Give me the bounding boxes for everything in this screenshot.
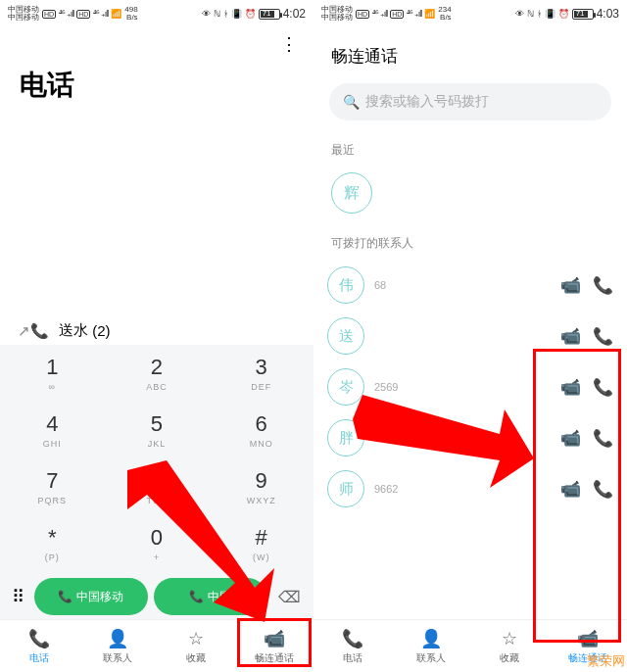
tab-star[interactable]: ☆收藏	[157, 620, 235, 672]
contacts-icon: 👤	[420, 628, 442, 649]
status-bar: 中国移动中国移动 HD⁴⁶ ₊ıllHD⁴⁶ ₊ıll 📶 234B/s 👁 ℕ…	[314, 0, 627, 27]
key-7[interactable]: 7PQRS	[0, 458, 105, 515]
meetime-screen: 中国移动中国移动 HD⁴⁶ ₊ıllHD⁴⁶ ₊ıll 📶 234B/s 👁 ℕ…	[314, 0, 627, 672]
contact-number: 2569	[374, 381, 551, 393]
dial-keypad: 1∞2ABC3DEF4GHI5JKL6MNO7PQRS8TUV9WXYZ*(P)…	[0, 345, 314, 621]
contact-avatar: 胖	[327, 419, 364, 456]
voice-call-icon[interactable]: 📞	[593, 428, 613, 449]
battery-icon: 71	[259, 9, 280, 20]
clock: 4:03	[597, 7, 619, 21]
bottom-tabs: 📞电话👤联系人☆收藏📹畅连通话	[0, 619, 314, 672]
keypad-toggle-icon[interactable]: ⠿	[8, 586, 28, 607]
more-menu-icon[interactable]: ⋮	[280, 35, 298, 53]
key-4[interactable]: 4GHI	[0, 402, 105, 458]
outgoing-call-icon: ↗📞	[18, 322, 49, 340]
vibrate-icon: 📳	[545, 9, 555, 19]
vibrate-icon: 📳	[231, 9, 242, 19]
recent-call-count: (2)	[92, 322, 110, 339]
contact-avatar: 师	[327, 470, 364, 507]
clock: 4:02	[283, 7, 306, 21]
voice-call-icon[interactable]: 📞	[593, 275, 613, 296]
key-6[interactable]: 6MNO	[209, 402, 314, 458]
key-#[interactable]: #(W)	[209, 515, 314, 572]
voice-call-icon[interactable]: 📞	[593, 479, 613, 500]
phone-icon: 📞	[342, 628, 363, 649]
contacts-icon: 👤	[107, 628, 128, 649]
recent-section-label: 最近	[314, 134, 627, 167]
dialer-screen: 中国移动中国移动 HD⁴⁶ ₊ıllHD⁴⁶ ₊ıll 📶 498B/s 👁 ℕ…	[0, 0, 314, 672]
contact-avatar: 送	[327, 317, 364, 355]
voice-call-icon[interactable]: 📞	[593, 377, 613, 398]
key-3[interactable]: 3DEF	[209, 345, 314, 402]
bluetooth-icon: ᚼ	[537, 9, 542, 19]
battery-icon: 71	[572, 9, 594, 20]
video-call-icon[interactable]: 📹	[560, 428, 581, 449]
recent-avatar[interactable]: 辉	[331, 172, 372, 214]
key-*[interactable]: *(P)	[0, 515, 105, 572]
alarm-icon: ⏰	[558, 9, 569, 19]
video-call-icon[interactable]: 📹	[560, 326, 581, 347]
key-2[interactable]: 2ABC	[105, 345, 210, 402]
nfc-icon: ℕ	[214, 9, 220, 19]
call-sim1-button[interactable]: 📞中国移动	[34, 578, 148, 615]
call-sim2-button[interactable]: 📞中国	[154, 578, 267, 615]
nfc-icon: ℕ	[527, 9, 534, 19]
key-8[interactable]: 8TUV	[105, 458, 210, 515]
contact-avatar: 岑	[327, 368, 364, 406]
video-icon: 📹	[264, 628, 285, 649]
contact-number: 9662	[374, 483, 551, 495]
contact-number: 68	[374, 279, 551, 291]
tab-contacts[interactable]: 👤联系人	[78, 620, 157, 672]
search-placeholder: 搜索或输入号码拨打	[365, 93, 489, 111]
eye-icon: 👁	[202, 9, 211, 19]
status-bar: 中国移动中国移动 HD⁴⁶ ₊ıllHD⁴⁶ ₊ıll 📶 498B/s 👁 ℕ…	[0, 0, 314, 27]
page-title: 电话	[0, 53, 314, 114]
key-9[interactable]: 9WXYZ	[209, 458, 314, 515]
search-input[interactable]: 🔍 搜索或输入号码拨打	[329, 83, 611, 120]
key-0[interactable]: 0+	[105, 515, 210, 572]
contact-row[interactable]: 师9662📹📞	[314, 463, 627, 514]
contact-row[interactable]: 送📹📞	[314, 311, 627, 361]
star-icon: ☆	[188, 628, 204, 649]
backspace-button[interactable]: ⌫	[272, 588, 306, 606]
phone-icon: 📞	[189, 590, 204, 603]
watermark: 繁荣网	[587, 652, 625, 670]
tab-contacts[interactable]: 👤联系人	[392, 620, 470, 672]
key-1[interactable]: 1∞	[0, 345, 105, 402]
tab-phone[interactable]: 📞电话	[0, 620, 78, 672]
video-call-icon[interactable]: 📹	[560, 377, 581, 398]
search-icon: 🔍	[343, 94, 360, 110]
tab-star[interactable]: ☆收藏	[470, 620, 549, 672]
bottom-tabs: 📞电话👤联系人☆收藏📹畅连通话	[314, 619, 627, 672]
tab-phone[interactable]: 📞电话	[314, 620, 392, 672]
voice-call-icon[interactable]: 📞	[593, 326, 613, 347]
contact-row[interactable]: 胖8609📹📞	[314, 412, 627, 463]
contacts-section-label: 可拨打的联系人	[314, 227, 627, 260]
tab-video[interactable]: 📹畅连通话	[235, 620, 314, 672]
phone-icon: 📞	[28, 628, 50, 649]
recent-call-row[interactable]: ↗📞 送水 (2)	[0, 313, 314, 348]
page-title: 畅连通话	[314, 27, 627, 77]
contact-row[interactable]: 岑2569📹📞	[314, 361, 627, 412]
wifi-icon: 📶	[424, 9, 435, 19]
recent-call-name: 送水	[59, 321, 88, 340]
contact-number: 8609	[374, 432, 551, 444]
phone-icon: 📞	[58, 590, 72, 603]
video-icon: 📹	[577, 628, 599, 649]
wifi-icon: 📶	[111, 9, 121, 19]
video-call-icon[interactable]: 📹	[560, 275, 581, 296]
star-icon: ☆	[502, 628, 517, 649]
contact-avatar: 伟	[327, 266, 364, 304]
contact-row[interactable]: 伟68📹📞	[314, 260, 627, 311]
video-call-icon[interactable]: 📹	[560, 479, 581, 500]
eye-icon: 👁	[515, 9, 524, 19]
alarm-icon: ⏰	[245, 9, 256, 19]
key-5[interactable]: 5JKL	[105, 402, 210, 458]
bluetooth-icon: ᚼ	[223, 9, 228, 19]
